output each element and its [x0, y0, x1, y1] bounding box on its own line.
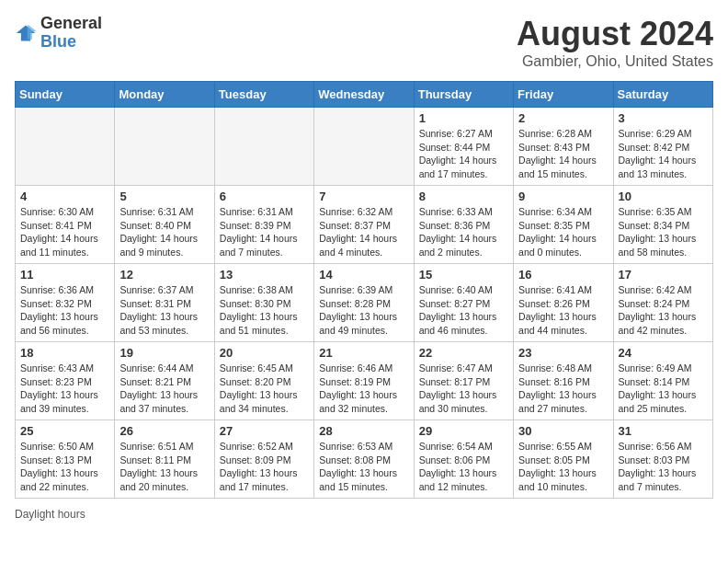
day-number-11: 11	[20, 268, 109, 282]
day-cell-24: 24Sunrise: 6:49 AM Sunset: 8:14 PM Dayli…	[613, 342, 712, 420]
day-number-9: 9	[518, 190, 608, 203]
svg-marker-0	[17, 25, 36, 40]
day-number-29: 29	[419, 424, 508, 438]
day-info-17: Sunrise: 6:42 AM Sunset: 8:24 PM Dayligh…	[619, 283, 708, 338]
day-cell-16: 16Sunrise: 6:41 AM Sunset: 8:26 PM Dayli…	[514, 264, 613, 342]
day-number-17: 17	[619, 268, 708, 282]
day-number-1: 1	[419, 111, 508, 125]
day-cell-30: 30Sunrise: 6:55 AM Sunset: 8:05 PM Dayli…	[514, 420, 613, 499]
empty-cell	[16, 108, 115, 186]
day-cell-27: 27Sunrise: 6:52 AM Sunset: 8:09 PM Dayli…	[214, 420, 313, 499]
header-tuesday: Tuesday	[214, 82, 313, 108]
day-number-7: 7	[319, 190, 408, 203]
day-cell-15: 15Sunrise: 6:40 AM Sunset: 8:27 PM Dayli…	[414, 264, 513, 342]
day-info-16: Sunrise: 6:41 AM Sunset: 8:26 PM Dayligh…	[518, 283, 608, 338]
day-info-1: Sunrise: 6:27 AM Sunset: 8:44 PM Dayligh…	[419, 127, 508, 181]
subtitle: Gambier, Ohio, United States	[517, 53, 713, 70]
calendar-table: SundayMondayTuesdayWednesdayThursdayFrid…	[15, 81, 713, 499]
day-info-22: Sunrise: 6:47 AM Sunset: 8:17 PM Dayligh…	[419, 362, 508, 416]
day-number-20: 20	[220, 346, 309, 360]
day-info-5: Sunrise: 6:31 AM Sunset: 8:40 PM Dayligh…	[119, 205, 209, 259]
day-number-6: 6	[220, 190, 309, 203]
empty-cell	[115, 108, 214, 186]
day-cell-31: 31Sunrise: 6:56 AM Sunset: 8:03 PM Dayli…	[613, 420, 712, 499]
header-wednesday: Wednesday	[314, 82, 414, 108]
day-number-13: 13	[220, 268, 309, 282]
day-cell-17: 17Sunrise: 6:42 AM Sunset: 8:24 PM Dayli…	[613, 264, 712, 342]
header-sunday: Sunday	[16, 82, 115, 108]
day-number-28: 28	[319, 424, 408, 438]
day-number-21: 21	[319, 346, 408, 360]
day-number-14: 14	[319, 268, 408, 282]
day-cell-2: 2Sunrise: 6:28 AM Sunset: 8:43 PM Daylig…	[514, 108, 613, 186]
day-info-19: Sunrise: 6:44 AM Sunset: 8:21 PM Dayligh…	[119, 362, 209, 416]
day-info-9: Sunrise: 6:34 AM Sunset: 8:35 PM Dayligh…	[518, 205, 608, 259]
day-info-3: Sunrise: 6:29 AM Sunset: 8:42 PM Dayligh…	[619, 127, 708, 181]
day-number-23: 23	[518, 346, 608, 360]
day-info-25: Sunrise: 6:50 AM Sunset: 8:13 PM Dayligh…	[20, 440, 109, 494]
day-cell-14: 14Sunrise: 6:39 AM Sunset: 8:28 PM Dayli…	[314, 264, 414, 342]
day-info-18: Sunrise: 6:43 AM Sunset: 8:23 PM Dayligh…	[20, 362, 109, 416]
day-number-19: 19	[119, 346, 209, 360]
day-number-5: 5	[119, 190, 209, 203]
day-cell-22: 22Sunrise: 6:47 AM Sunset: 8:17 PM Dayli…	[414, 342, 513, 420]
day-cell-13: 13Sunrise: 6:38 AM Sunset: 8:30 PM Dayli…	[214, 264, 313, 342]
logo-general-text: General	[40, 15, 102, 33]
day-info-15: Sunrise: 6:40 AM Sunset: 8:27 PM Dayligh…	[419, 283, 508, 338]
day-info-2: Sunrise: 6:28 AM Sunset: 8:43 PM Dayligh…	[518, 127, 608, 181]
day-number-26: 26	[119, 424, 209, 438]
day-cell-8: 8Sunrise: 6:33 AM Sunset: 8:36 PM Daylig…	[414, 186, 513, 264]
day-cell-29: 29Sunrise: 6:54 AM Sunset: 8:06 PM Dayli…	[414, 420, 513, 499]
day-cell-23: 23Sunrise: 6:48 AM Sunset: 8:16 PM Dayli…	[514, 342, 613, 420]
day-cell-4: 4Sunrise: 6:30 AM Sunset: 8:41 PM Daylig…	[16, 186, 115, 264]
day-number-8: 8	[419, 190, 508, 203]
empty-cell	[214, 108, 313, 186]
day-info-8: Sunrise: 6:33 AM Sunset: 8:36 PM Dayligh…	[419, 205, 508, 259]
day-info-13: Sunrise: 6:38 AM Sunset: 8:30 PM Dayligh…	[220, 283, 309, 338]
day-info-26: Sunrise: 6:51 AM Sunset: 8:11 PM Dayligh…	[119, 440, 209, 494]
day-cell-26: 26Sunrise: 6:51 AM Sunset: 8:11 PM Dayli…	[115, 420, 214, 499]
day-cell-28: 28Sunrise: 6:53 AM Sunset: 8:08 PM Dayli…	[314, 420, 414, 499]
day-info-4: Sunrise: 6:30 AM Sunset: 8:41 PM Dayligh…	[20, 205, 109, 259]
logo-text: General Blue	[40, 15, 102, 52]
day-number-3: 3	[619, 111, 708, 125]
header-thursday: Thursday	[414, 82, 513, 108]
week-row-4: 18Sunrise: 6:43 AM Sunset: 8:23 PM Dayli…	[16, 342, 713, 420]
day-number-30: 30	[518, 424, 608, 438]
week-row-1: 1Sunrise: 6:27 AM Sunset: 8:44 PM Daylig…	[16, 108, 713, 186]
day-info-7: Sunrise: 6:32 AM Sunset: 8:37 PM Dayligh…	[319, 205, 408, 259]
header-friday: Friday	[514, 82, 613, 108]
day-cell-18: 18Sunrise: 6:43 AM Sunset: 8:23 PM Dayli…	[16, 342, 115, 420]
logo-icon	[15, 22, 37, 44]
day-cell-21: 21Sunrise: 6:46 AM Sunset: 8:19 PM Dayli…	[314, 342, 414, 420]
day-info-24: Sunrise: 6:49 AM Sunset: 8:14 PM Dayligh…	[619, 362, 708, 416]
empty-cell	[314, 108, 414, 186]
day-cell-5: 5Sunrise: 6:31 AM Sunset: 8:40 PM Daylig…	[115, 186, 214, 264]
day-cell-19: 19Sunrise: 6:44 AM Sunset: 8:21 PM Dayli…	[115, 342, 214, 420]
day-cell-25: 25Sunrise: 6:50 AM Sunset: 8:13 PM Dayli…	[16, 420, 115, 499]
header-saturday: Saturday	[613, 82, 712, 108]
day-number-24: 24	[619, 346, 708, 360]
day-number-2: 2	[518, 111, 608, 125]
footer: Daylight hours	[15, 508, 713, 521]
logo-blue-text: Blue	[40, 33, 102, 52]
day-info-29: Sunrise: 6:54 AM Sunset: 8:06 PM Dayligh…	[419, 440, 508, 494]
svg-marker-1	[28, 25, 37, 39]
logo: General Blue	[15, 15, 102, 52]
day-info-12: Sunrise: 6:37 AM Sunset: 8:31 PM Dayligh…	[119, 283, 209, 338]
day-info-23: Sunrise: 6:48 AM Sunset: 8:16 PM Dayligh…	[518, 362, 608, 416]
day-info-27: Sunrise: 6:52 AM Sunset: 8:09 PM Dayligh…	[220, 440, 309, 494]
day-number-15: 15	[419, 268, 508, 282]
day-cell-9: 9Sunrise: 6:34 AM Sunset: 8:35 PM Daylig…	[514, 186, 613, 264]
day-info-20: Sunrise: 6:45 AM Sunset: 8:20 PM Dayligh…	[220, 362, 309, 416]
day-info-21: Sunrise: 6:46 AM Sunset: 8:19 PM Dayligh…	[319, 362, 408, 416]
day-number-31: 31	[619, 424, 708, 438]
day-cell-3: 3Sunrise: 6:29 AM Sunset: 8:42 PM Daylig…	[613, 108, 712, 186]
day-cell-6: 6Sunrise: 6:31 AM Sunset: 8:39 PM Daylig…	[214, 186, 313, 264]
week-row-5: 25Sunrise: 6:50 AM Sunset: 8:13 PM Dayli…	[16, 420, 713, 499]
week-row-3: 11Sunrise: 6:36 AM Sunset: 8:32 PM Dayli…	[16, 264, 713, 342]
day-cell-10: 10Sunrise: 6:35 AM Sunset: 8:34 PM Dayli…	[613, 186, 712, 264]
day-info-11: Sunrise: 6:36 AM Sunset: 8:32 PM Dayligh…	[20, 283, 109, 338]
daylight-hours-label: Daylight hours	[15, 508, 85, 521]
week-row-2: 4Sunrise: 6:30 AM Sunset: 8:41 PM Daylig…	[16, 186, 713, 264]
